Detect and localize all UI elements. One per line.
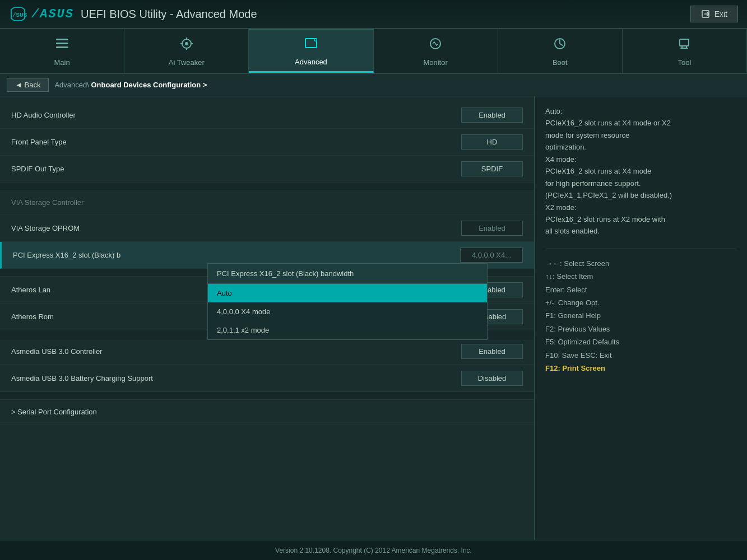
key-f10: F10: Save ESC: Exit xyxy=(545,349,737,362)
tab-boot[interactable]: Boot xyxy=(498,29,623,73)
submenu-serial-label: > Serial Port Configuration xyxy=(11,408,97,416)
svg-rect-3 xyxy=(56,43,68,44)
dropdown-option-auto[interactable]: Auto xyxy=(208,284,487,302)
via-storage-label: VIA Storage Controller xyxy=(11,198,523,207)
svg-rect-4 xyxy=(56,46,68,48)
asmedia-usb-label: Asmedia USB 3.0 Controller xyxy=(11,347,461,356)
submenu-serial-port[interactable]: > Serial Port Configuration xyxy=(0,400,534,424)
tab-ai-tweaker-label: Ai Tweaker xyxy=(169,58,205,67)
dropdown-option-x4[interactable]: 4,0,0,0 X4 mode xyxy=(208,302,487,321)
pcie-x16-label: PCI Express X16_2 slot (Black) b xyxy=(13,251,460,259)
asus-logo-text: /ASUS xyxy=(31,7,74,21)
tool-icon xyxy=(676,36,692,55)
tab-main-label: Main xyxy=(54,58,69,67)
key-change-opt: +/-: Change Opt. xyxy=(545,296,737,309)
footer: Version 2.10.1208. Copyright (C) 2012 Am… xyxy=(0,540,747,560)
breadcrumb-current: Onboard Devices Configuration > xyxy=(91,81,207,89)
key-select-item: ↑↓: Select Item xyxy=(545,270,737,283)
monitor-icon xyxy=(428,36,443,55)
key-f5: F5: Optimized Defaults xyxy=(545,335,737,348)
asmedia-charging-value[interactable]: Disabled xyxy=(461,371,523,386)
via-oprom-value[interactable]: Enabled xyxy=(461,221,523,236)
separator-4 xyxy=(0,392,534,400)
help-content: Auto: PCIeX16_2 slot runs at X4 mode or … xyxy=(545,105,737,237)
setting-spdif: SPDIF Out Type SPDIF xyxy=(0,156,534,183)
setting-hd-audio: HD Audio Controller Enabled xyxy=(0,102,534,129)
svg-rect-2 xyxy=(56,39,68,40)
key-f1: F1: General Help xyxy=(545,309,737,322)
setting-via-oprom: VIA Storage OPROM Enabled xyxy=(0,215,534,242)
dropdown-title: PCI Express X16_2 slot (Black) bandwidth xyxy=(208,264,487,284)
key-f12: F12: Print Screen xyxy=(545,362,737,375)
setting-asmedia-usb: Asmedia USB 3.0 Controller Enabled xyxy=(0,338,534,365)
boot-icon xyxy=(552,36,568,55)
front-panel-label: Front Panel Type xyxy=(11,138,461,146)
key-help: →←: Select Screen ↑↓: Select Item Enter:… xyxy=(545,249,737,375)
pcie-x16-value[interactable]: 4.0.0.0 X4... xyxy=(460,248,523,263)
tab-tool-label: Tool xyxy=(678,58,692,67)
front-panel-value[interactable]: HD xyxy=(461,134,523,150)
hd-audio-value[interactable]: Enabled xyxy=(461,108,523,123)
key-f2: F2: Previous Values xyxy=(545,323,737,335)
tab-boot-label: Boot xyxy=(553,58,568,67)
exit-icon xyxy=(701,10,710,18)
asmedia-usb-value[interactable]: Enabled xyxy=(461,344,523,359)
help-panel: Auto: PCIeX16_2 slot runs at X4 mode or … xyxy=(534,96,747,540)
separator-1 xyxy=(0,183,534,190)
help-text: Auto: PCIeX16_2 slot runs at X4 mode or … xyxy=(545,105,737,237)
spdif-label: SPDIF Out Type xyxy=(11,165,461,173)
tab-advanced-label: Advanced xyxy=(295,58,327,66)
tab-ai-tweaker[interactable]: Ai Tweaker xyxy=(124,29,249,73)
footer-text: Version 2.10.1208. Copyright (C) 2012 Am… xyxy=(275,547,472,554)
back-button[interactable]: ◄ Back xyxy=(7,78,49,92)
dropdown-option-x2[interactable]: 2,0,1,1 x2 mode xyxy=(208,321,487,339)
app-title: UEFI BIOS Utility - Advanced Mode xyxy=(81,8,257,21)
exit-button[interactable]: Exit xyxy=(690,6,738,22)
asus-logo: /SUS /ASUS xyxy=(9,5,74,23)
breadcrumb-path: Advanced\ Onboard Devices Configuration … xyxy=(54,81,207,89)
svg-rect-12 xyxy=(680,39,689,46)
svg-point-6 xyxy=(185,42,188,45)
key-select-screen: →←: Select Screen xyxy=(545,257,737,270)
tab-monitor[interactable]: Monitor xyxy=(374,29,498,73)
asmedia-charging-label: Asmedia USB 3.0 Battery Charging Support xyxy=(11,374,461,382)
via-oprom-label: VIA Storage OPROM xyxy=(11,224,461,232)
tab-tool[interactable]: Tool xyxy=(623,29,747,73)
dropdown-popup: PCI Express X16_2 slot (Black) bandwidth… xyxy=(207,263,488,340)
spdif-value[interactable]: SPDIF xyxy=(461,161,523,176)
exit-label: Exit xyxy=(714,10,727,18)
ai-tweaker-icon xyxy=(179,36,194,55)
advanced-icon xyxy=(303,35,319,54)
key-enter: Enter: Select xyxy=(545,283,737,296)
setting-asmedia-charging: Asmedia USB 3.0 Battery Charging Support… xyxy=(0,365,534,392)
header: /SUS /ASUS UEFI BIOS Utility - Advanced … xyxy=(0,0,747,29)
content-area: HD Audio Controller Enabled Front Panel … xyxy=(0,96,747,540)
breadcrumb-path-text: Advanced\ xyxy=(54,81,89,89)
tab-monitor-label: Monitor xyxy=(423,58,447,67)
setting-via-storage: VIA Storage Controller xyxy=(0,190,534,215)
back-label: ◄ Back xyxy=(15,81,40,89)
settings-panel: HD Audio Controller Enabled Front Panel … xyxy=(0,96,534,540)
setting-front-panel: Front Panel Type HD xyxy=(0,129,534,156)
asus-icon: /SUS xyxy=(9,5,27,23)
svg-point-9 xyxy=(314,39,316,40)
breadcrumb: ◄ Back Advanced\ Onboard Devices Configu… xyxy=(0,74,747,96)
nav-tabs: Main Ai Tweaker Advanced Monitor Boot To… xyxy=(0,29,747,74)
svg-text:/SUS: /SUS xyxy=(12,12,27,18)
main-icon xyxy=(54,36,70,55)
tab-advanced[interactable]: Advanced xyxy=(249,29,373,73)
tab-main[interactable]: Main xyxy=(0,29,124,73)
hd-audio-label: HD Audio Controller xyxy=(11,111,461,119)
